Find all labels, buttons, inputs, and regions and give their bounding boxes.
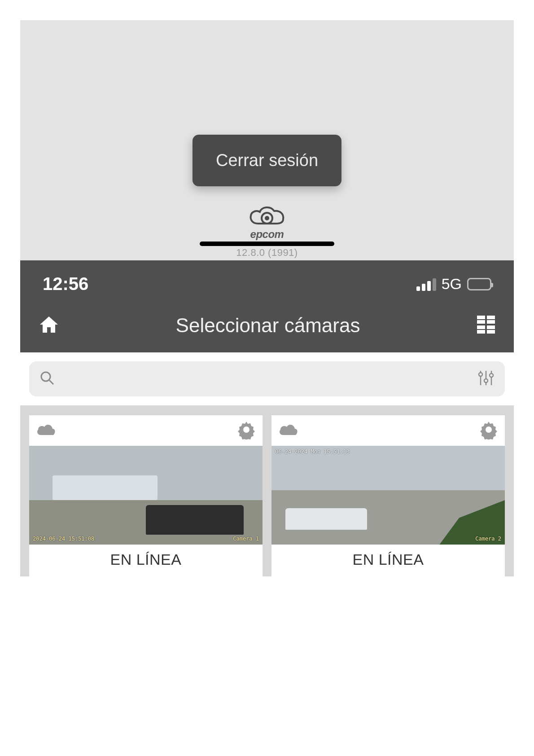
svg-point-15 (479, 373, 482, 376)
cloud-icon (35, 422, 56, 439)
logout-button[interactable]: Cerrar sesión (193, 135, 341, 186)
camera-thumbnail[interactable]: 06-24-2024 Mon 15:51:13 Camera 2 (271, 446, 505, 545)
svg-point-16 (484, 379, 488, 382)
camera-thumbnail[interactable]: 2024-06-24 15:51:08 Camera 1 (29, 446, 263, 545)
svg-point-18 (243, 426, 249, 433)
thumbnail-camera-label: Camera 2 (475, 536, 501, 542)
camera-status: EN LÍNEA (29, 545, 263, 576)
page-title: Seleccionar cámaras (176, 314, 360, 337)
thumbnail-timestamp: 2024-06-24 15:51:08 (33, 536, 94, 542)
battery-icon (467, 278, 491, 290)
brand-cloud-icon (248, 204, 286, 229)
svg-point-10 (41, 372, 50, 381)
svg-point-19 (486, 426, 492, 433)
search-bar[interactable] (29, 361, 505, 396)
svg-point-17 (490, 374, 493, 377)
search-icon (39, 370, 55, 388)
svg-line-11 (49, 380, 53, 384)
camera-status: EN LÍNEA (271, 545, 505, 576)
gear-icon[interactable] (236, 420, 256, 441)
filter-sliders-icon[interactable] (477, 369, 495, 389)
cloud-icon (278, 422, 298, 439)
camera-grid: 2024-06-24 15:51:08 Camera 1 EN LÍNEA (20, 405, 514, 576)
grid-layout-icon[interactable] (476, 315, 496, 336)
signal-icon (416, 277, 436, 291)
status-time: 12:56 (43, 274, 88, 294)
camera-card[interactable]: 06-24-2024 Mon 15:51:13 Camera 2 EN LÍNE… (271, 415, 505, 576)
gear-icon[interactable] (479, 420, 499, 441)
app-version: 12.8.0 (1991) (236, 247, 298, 259)
search-input[interactable] (63, 371, 469, 387)
brand-block: epcom 12.8.0 (1991) (200, 204, 334, 260)
thumbnail-camera-label: Camera 1 (233, 536, 259, 542)
settings-backdrop: Cerrar sesión epcom 12.8.0 (1991) (20, 20, 514, 260)
thumbnail-timestamp: 06-24-2024 Mon 15:51:13 (275, 448, 350, 455)
network-type: 5G (442, 275, 462, 293)
svg-point-1 (265, 216, 269, 220)
status-bar: 12:56 5G (20, 260, 514, 303)
camera-card[interactable]: 2024-06-24 15:51:08 Camera 1 EN LÍNEA (29, 415, 263, 576)
home-indicator[interactable] (200, 242, 334, 246)
brand-name: epcom (250, 228, 284, 241)
home-icon[interactable] (38, 314, 60, 337)
